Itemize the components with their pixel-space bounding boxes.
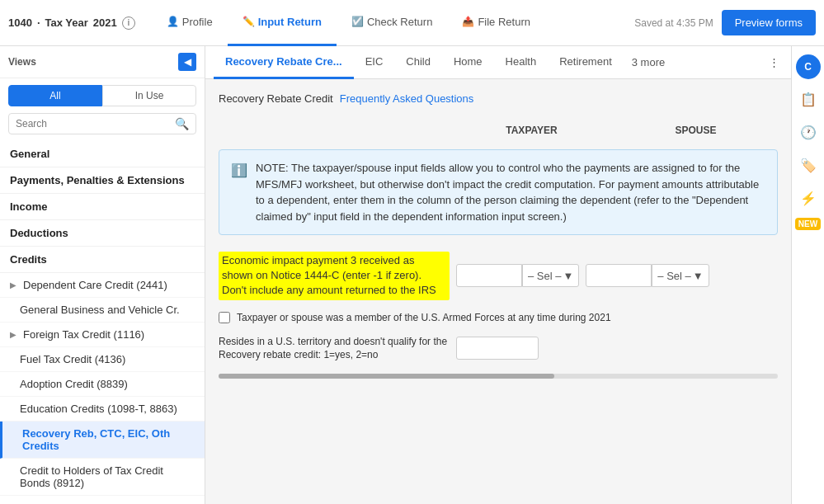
search-icon[interactable]: 🔍: [175, 117, 189, 130]
dropdown-icon: ▼: [563, 270, 573, 282]
preview-forms-button[interactable]: Preview forms: [722, 10, 816, 35]
scroll-thumb: [219, 374, 554, 379]
tab-check-return[interactable]: ☑️ Check Return: [337, 0, 447, 46]
sidebar-item-deductions[interactable]: Deductions: [0, 220, 205, 247]
sidebar-item-adoption[interactable]: Adoption Credit (8839): [0, 372, 205, 397]
profile-icon: 👤: [167, 16, 179, 27]
content-tabs: Recovery Rebate Cre... EIC Child Home He…: [214, 46, 765, 79]
sidebar-item-fuel-tax[interactable]: Fuel Tax Credit (4136): [0, 347, 205, 372]
sidebar-filter: All In Use: [0, 78, 205, 113]
economic-impact-label: Economic impact payment 3 received as sh…: [219, 252, 450, 300]
tab-profile[interactable]: 👤 Profile: [152, 0, 228, 46]
check-return-icon: ☑️: [351, 16, 364, 27]
sidebar-scroll: General Payments, Penalties & Extensions…: [0, 141, 205, 504]
info-box: ℹ️ NOTE: The taxpayer/spouse input field…: [219, 149, 778, 235]
resides-row: Resides in a U.S. territory and doesn't …: [219, 332, 778, 366]
sidebar-item-recovery-reb[interactable]: Recovery Reb, CTC, EIC, Oth Credits: [0, 422, 205, 459]
armed-forces-row: Taxpayer or spouse was a member of the U…: [219, 312, 778, 323]
lightning-icon[interactable]: ⚡: [795, 185, 822, 211]
new-badge: NEW: [795, 218, 821, 230]
taxpayer-field1-input[interactable]: [456, 264, 522, 287]
input-return-icon: ✏️: [242, 16, 255, 27]
client-title: 1040 · Tax Year 2021 i: [8, 16, 135, 30]
form-title: Recovery Rebate Credit Frequently Asked …: [219, 92, 778, 105]
top-bar: 1040 · Tax Year 2021 i 👤 Profile ✏️ Inpu…: [0, 0, 824, 46]
bookmark-icon[interactable]: 🏷️: [795, 152, 822, 178]
sidebar-item-credit-holders[interactable]: Credit to Holders of Tax Credit Bonds (8…: [0, 459, 205, 496]
search-input[interactable]: [16, 118, 172, 130]
spouse-field1-sel-button[interactable]: – Sel – ▼: [652, 264, 709, 287]
sidebar-item-income[interactable]: Income: [0, 194, 205, 220]
info-box-text: NOTE: The taxpayer/spouse input fields a…: [256, 160, 765, 224]
user-avatar[interactable]: C: [796, 54, 821, 79]
tab-retirement[interactable]: Retirement: [548, 46, 624, 79]
resides-input[interactable]: [456, 337, 539, 360]
col-taxpayer-header: TAXPAYER: [450, 118, 614, 143]
taxpayer-field1-group: – Sel – ▼: [456, 264, 579, 287]
faq-link[interactable]: Frequently Asked Questions: [340, 92, 474, 105]
dropdown-icon: ▼: [693, 270, 704, 282]
tab-input-return[interactable]: ✏️ Input Return: [228, 0, 337, 46]
form-content: Recovery Rebate Credit Frequently Asked …: [205, 79, 791, 504]
tax-year-label: Tax Year: [45, 16, 88, 29]
history-icon[interactable]: 🕐: [795, 119, 822, 145]
sidebar-item-payments[interactable]: Payments, Penalties & Extensions: [0, 167, 205, 194]
economic-impact-row: Economic impact payment 3 received as sh…: [219, 248, 778, 304]
saved-text: Saved at 4:35 PM: [634, 17, 713, 29]
sidebar-item-dep-care[interactable]: ▶ Dependent Care Credit (2441): [0, 273, 205, 298]
tax-year: 2021: [93, 16, 117, 29]
content-tab-bar: Recovery Rebate Cre... EIC Child Home He…: [205, 46, 791, 79]
tab-recovery-rebate[interactable]: Recovery Rebate Cre...: [214, 46, 354, 79]
scroll-bar: [219, 374, 778, 379]
tab-file-return[interactable]: 📤 File Return: [447, 0, 545, 46]
col-spouse-header: SPOUSE: [614, 118, 778, 143]
taxpayer-field1-sel-button[interactable]: – Sel – ▼: [522, 264, 579, 287]
sidebar-item-credit-sick[interactable]: Credit for Sick and Family Leave (7202): [0, 496, 205, 504]
spouse-field1-input[interactable]: [586, 264, 652, 287]
armed-forces-checkbox[interactable]: [219, 312, 230, 323]
views-label: Views: [8, 56, 36, 68]
info-icon[interactable]: i: [122, 16, 135, 30]
expand-icon: ▶: [10, 280, 16, 290]
resides-label: Resides in a U.S. territory and doesn't …: [219, 335, 450, 363]
tab-more-button[interactable]: 3 more: [624, 56, 673, 68]
client-id: 1040: [8, 16, 32, 29]
col-headers: TAXPAYER SPOUSE: [219, 118, 778, 143]
search-box: 🔍: [8, 113, 196, 134]
sidebar: Views ◀ All In Use 🔍 General Payments, P…: [0, 46, 205, 504]
sidebar-item-education[interactable]: Education Credits (1098-T, 8863): [0, 397, 205, 422]
clipboard-icon[interactable]: 📋: [795, 86, 822, 112]
content-area: Recovery Rebate Cre... EIC Child Home He…: [205, 46, 791, 504]
sidebar-item-gen-business[interactable]: General Business and Vehicle Cr.: [0, 298, 205, 323]
collapse-sidebar-button[interactable]: ◀: [178, 53, 196, 71]
sidebar-item-general[interactable]: General: [0, 141, 205, 167]
armed-forces-label: Taxpayer or spouse was a member of the U…: [237, 312, 611, 323]
main-layout: Views ◀ All In Use 🔍 General Payments, P…: [0, 46, 824, 504]
expand-icon: ▶: [10, 330, 16, 339]
tab-child[interactable]: Child: [394, 46, 442, 79]
top-tabs: 👤 Profile ✏️ Input Return ☑️ Check Retur…: [152, 0, 634, 46]
info-box-icon: ℹ️: [231, 161, 247, 224]
sidebar-item-foreign-tax[interactable]: ▶ Foreign Tax Credit (1116): [0, 323, 205, 347]
tab-menu-button[interactable]: ⋮: [765, 53, 783, 72]
sidebar-header: Views ◀: [0, 46, 205, 78]
spouse-field1-group: – Sel – ▼: [586, 264, 709, 287]
file-return-icon: 📤: [462, 16, 474, 27]
filter-in-use-button[interactable]: In Use: [102, 85, 196, 106]
tab-health[interactable]: Health: [494, 46, 549, 79]
filter-all-button[interactable]: All: [8, 85, 102, 106]
tab-eic[interactable]: EIC: [354, 46, 395, 79]
right-panel: C 📋 🕐 🏷️ ⚡ NEW: [791, 46, 824, 504]
sidebar-item-credits[interactable]: Credits: [0, 247, 205, 273]
tab-home[interactable]: Home: [442, 46, 494, 79]
